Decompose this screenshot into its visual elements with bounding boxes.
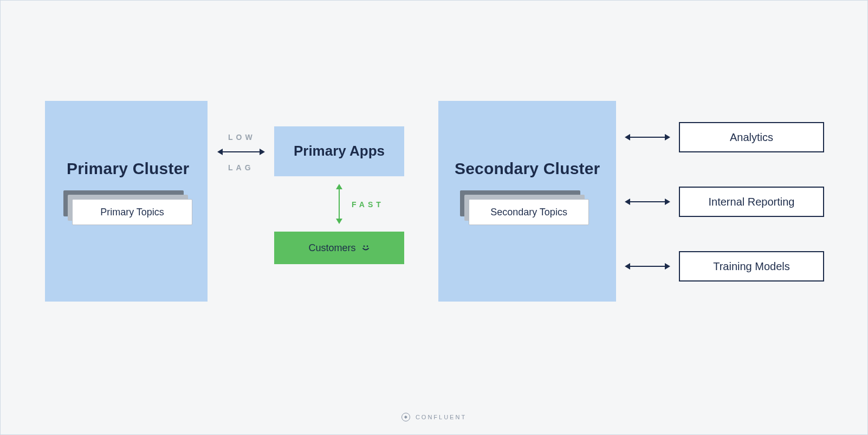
arrow-apps-to-customers (339, 185, 340, 223)
internal-reporting-box: Internal Reporting (679, 187, 824, 217)
arrow-to-internal-reporting (626, 201, 669, 202)
arrow-primary-to-apps (218, 151, 264, 152)
label-fast: FAST (352, 200, 384, 209)
svg-point-0 (363, 246, 365, 247)
secondary-topics-label: Secondary Topics (490, 207, 567, 218)
confluent-logo-icon (401, 413, 410, 421)
secondary-topics-stack: Secondary Topics (460, 190, 590, 226)
arrow-to-training-models (626, 266, 669, 267)
svg-point-1 (366, 246, 368, 247)
stack-card-front: Secondary Topics (469, 199, 589, 225)
primary-apps-title: Primary Apps (289, 143, 390, 159)
secondary-cluster-title: Secondary Cluster (455, 159, 600, 178)
primary-topics-stack: Primary Topics (63, 190, 193, 226)
customers-box: Customers (274, 232, 404, 264)
training-models-box: Training Models (679, 251, 824, 282)
smile-icon (361, 244, 370, 252)
footer: CONFLUENT (1, 413, 867, 421)
internal-reporting-label: Internal Reporting (709, 196, 795, 208)
footer-brand: CONFLUENT (416, 414, 467, 420)
stack-card-front: Primary Topics (72, 199, 192, 225)
primary-topics-label: Primary Topics (100, 207, 164, 218)
primary-cluster-title: Primary Cluster (67, 159, 189, 178)
diagram-canvas: Primary Cluster Primary Topics LOW LAG P… (1, 1, 867, 434)
label-low: LOW (228, 133, 256, 142)
diagram-frame: Primary Cluster Primary Topics LOW LAG P… (0, 0, 868, 435)
analytics-label: Analytics (730, 131, 773, 144)
arrow-to-analytics (626, 137, 669, 138)
analytics-box: Analytics (679, 122, 824, 152)
customers-label: Customers (308, 242, 355, 254)
training-models-label: Training Models (713, 260, 790, 273)
label-lag: LAG (228, 163, 254, 172)
